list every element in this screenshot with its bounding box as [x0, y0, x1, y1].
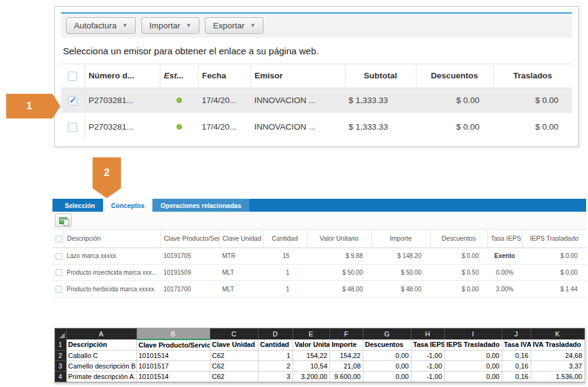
concept-row[interactable]: Lazo marca xxxxx. 10191705 MTR 15 $ 9.88… — [52, 248, 586, 264]
sheet-cell[interactable]: -1,00 — [411, 350, 444, 360]
sheet-cell[interactable]: IVA Trasladado — [531, 339, 584, 350]
column-header-clave-producto[interactable]: Clave Producto/Serv... — [160, 230, 219, 248]
sheet-cell[interactable]: Descripción — [66, 339, 136, 350]
sheet-cell[interactable]: 0,00 — [363, 360, 411, 371]
column-letter-i[interactable]: I — [444, 328, 502, 339]
sheet-cell[interactable]: 10101514 — [136, 371, 210, 381]
column-letter-d[interactable]: D — [258, 328, 292, 339]
column-header-emisor[interactable]: Emisor — [251, 64, 345, 88]
column-header-cantidad[interactable]: Cantidad — [263, 230, 307, 248]
row-checkbox-unchecked[interactable] — [68, 123, 77, 132]
exportar-button[interactable]: Exportar — [205, 17, 263, 34]
sheet-cell[interactable]: 0,00 — [363, 371, 411, 381]
column-header-descuentos[interactable]: Descuentos — [416, 64, 493, 88]
row-number[interactable]: 1 — [55, 339, 66, 350]
tab-operaciones-relacionadas[interactable]: Operaciones relacionadas — [152, 199, 249, 212]
sheet-cell[interactable]: 3.200,00 — [292, 371, 329, 381]
select-all-corner[interactable] — [55, 328, 66, 339]
column-letter-a[interactable]: A — [66, 328, 136, 339]
autofactura-button[interactable]: Autofactura — [66, 17, 136, 34]
sheet-cell[interactable]: C62 — [210, 371, 258, 381]
sheet-cell[interactable]: 0,00 — [444, 350, 502, 360]
row-checkbox-unchecked[interactable] — [56, 286, 62, 293]
column-letter-g[interactable]: G — [363, 328, 411, 339]
column-header-importe[interactable]: Importe — [371, 230, 430, 248]
sheet-cell[interactable]: C62 — [210, 350, 258, 360]
column-header-valor-unitario[interactable]: Valor Unitario — [307, 230, 371, 248]
column-header-descripcion[interactable]: Descripción — [64, 230, 160, 248]
sheet-cell[interactable]: 0,16 — [502, 350, 531, 360]
tab-conceptos[interactable]: Conceptos — [103, 199, 152, 212]
sheet-cell[interactable]: 21,08 — [329, 360, 363, 371]
sheet-cell[interactable]: Caballo C — [66, 350, 136, 360]
sheet-cell[interactable]: Clave Producto/Servicio — [136, 339, 210, 350]
column-header-subtotal[interactable]: Subtotal — [345, 64, 416, 88]
row-number[interactable]: 4 — [55, 371, 66, 381]
sheet-cell[interactable]: 24,68 — [531, 350, 584, 360]
sheet-cell[interactable]: 3 — [258, 371, 292, 381]
sheet-cell[interactable]: 10101517 — [136, 360, 210, 371]
sheet-cell[interactable]: Tasa IVA — [502, 339, 531, 350]
sheet-cell[interactable]: 10101514 — [136, 350, 210, 360]
export-excel-button[interactable] — [55, 214, 72, 227]
sheet-cell[interactable]: 1 — [258, 350, 292, 360]
column-letter-k[interactable]: K — [531, 328, 584, 339]
column-header-estado[interactable]: Est... — [160, 64, 198, 88]
concept-row[interactable]: Producto insecticida marca xxx... 101915… — [52, 264, 586, 281]
sheet-cell[interactable]: IEPS Trasladado — [444, 339, 502, 350]
column-header-clave-unidad[interactable]: Clave Unidad — [219, 230, 263, 248]
sheet-cell[interactable]: 0,16 — [502, 371, 531, 381]
column-header-numero[interactable]: Número d... — [85, 64, 160, 88]
select-all-checkbox[interactable] — [56, 236, 62, 243]
sheet-cell[interactable]: Descuentos — [363, 339, 411, 350]
sheet-cell[interactable]: 10,54 — [292, 360, 329, 371]
step-2-callout-badge: 2 — [93, 157, 121, 188]
column-header-traslados[interactable]: Traslados — [493, 64, 572, 88]
cell-descripcion: Lazo marca xxxxx. — [64, 248, 160, 264]
row-number[interactable]: 2 — [55, 350, 66, 360]
sheet-cell[interactable]: Camello descripción B. — [66, 360, 136, 371]
sheet-cell[interactable]: 154,22 — [292, 350, 329, 360]
tab-seleccion[interactable]: Selección — [57, 199, 103, 212]
sheet-cell[interactable]: 154,22 — [329, 350, 363, 360]
column-letter-c[interactable]: C — [210, 328, 258, 339]
select-all-checkbox[interactable] — [68, 72, 77, 81]
cell-clave-unidad: MLT — [219, 281, 263, 298]
column-header-ieps-trasladado[interactable]: IEPS Trasladado — [522, 230, 586, 248]
sheet-cell[interactable]: 0,00 — [444, 360, 502, 371]
invoice-row-selected[interactable]: P2703281... 17/4/20... INNOVACION ... $ … — [61, 88, 572, 114]
column-letter-b-selected[interactable]: B — [136, 328, 210, 339]
sheet-cell[interactable]: Cantidad — [258, 339, 292, 350]
sheet-cell[interactable]: 0,00 — [444, 371, 502, 381]
row-checkbox-unchecked[interactable] — [56, 269, 62, 276]
row-number[interactable]: 3 — [55, 360, 66, 371]
status-green-icon — [176, 124, 182, 130]
sheet-cell[interactable]: 3,37 — [531, 360, 584, 371]
sheet-cell[interactable]: Primate descripción A. — [66, 371, 136, 381]
column-letter-e[interactable]: E — [292, 328, 329, 339]
column-header-tasa-ieps[interactable]: Tasa IEPS — [487, 230, 522, 248]
sheet-cell[interactable]: Valor Unitario — [292, 339, 329, 350]
sheet-cell[interactable]: -1,00 — [411, 371, 444, 381]
sheet-cell[interactable]: Tasa IEPS — [411, 339, 444, 350]
column-letter-f[interactable]: F — [329, 328, 363, 339]
importar-button[interactable]: Importar — [141, 17, 199, 34]
column-header-fecha[interactable]: Fecha — [198, 64, 251, 88]
column-letter-h[interactable]: H — [411, 328, 444, 339]
row-checkbox-unchecked[interactable] — [56, 253, 62, 260]
sheet-cell[interactable]: 9.600,00 — [329, 371, 363, 381]
column-letter-j[interactable]: J — [502, 328, 531, 339]
invoice-row[interactable]: P2703281... 17/4/20... INNOVACION ... $ … — [61, 114, 572, 140]
sheet-cell[interactable]: 2 — [258, 360, 292, 371]
sheet-cell[interactable]: C62 — [210, 360, 258, 371]
sheet-cell[interactable]: 1.536,00 — [531, 371, 584, 381]
column-header-descuentos[interactable]: Descuentos — [430, 230, 487, 248]
sheet-cell[interactable]: 0,00 — [363, 350, 411, 360]
sheet-cell[interactable]: 0,16 — [502, 360, 531, 371]
row-checkbox-checked[interactable] — [68, 96, 77, 106]
sheet-cell[interactable]: Importe — [329, 339, 363, 350]
concepts-header-row: Descripción Clave Producto/Serv... Clave… — [52, 230, 586, 248]
sheet-cell[interactable]: -1,00 — [411, 360, 444, 371]
sheet-cell[interactable]: Clave Unidad — [210, 339, 258, 350]
concept-row[interactable]: Producto herbicida marca xxxxx. 10171700… — [52, 281, 586, 298]
